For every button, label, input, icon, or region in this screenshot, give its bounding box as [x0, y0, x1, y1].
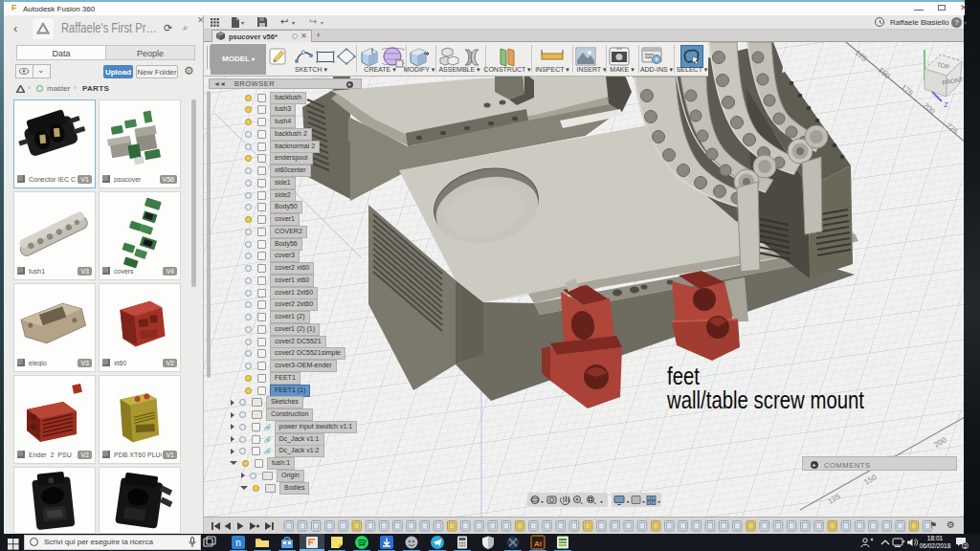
svg-text:175: 175: [900, 83, 915, 99]
svg-text:200: 200: [933, 435, 949, 450]
svg-text:n: n: [235, 538, 241, 548]
svg-text:200: 200: [922, 101, 937, 117]
svg-text:Z: Z: [944, 100, 948, 109]
svg-text:wall/table screw mount: wall/table screw mount: [666, 386, 865, 414]
svg-text:225: 225: [945, 121, 960, 137]
svg-text:2: 2: [964, 543, 967, 549]
svg-text:Ai: Ai: [534, 540, 542, 548]
svg-text:150: 150: [863, 473, 880, 487]
